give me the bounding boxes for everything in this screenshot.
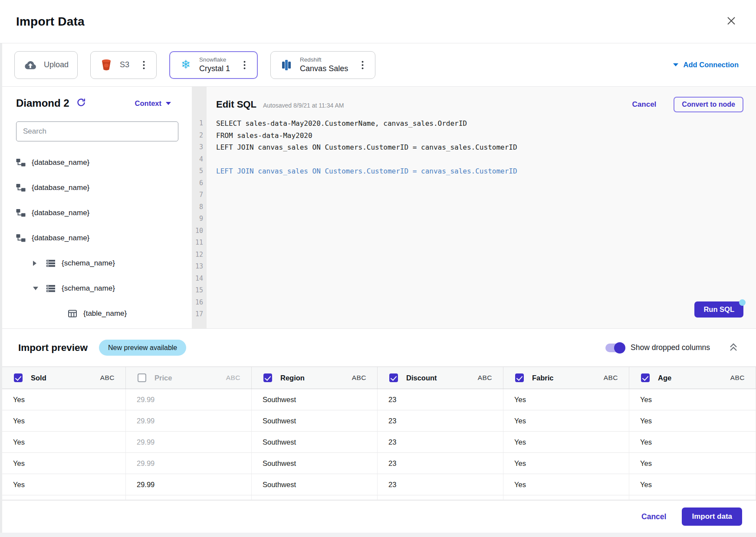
sql-line-11 (216, 237, 756, 249)
tree-item-schema[interactable]: {schema_name} (16, 276, 192, 301)
new-preview-badge: New preview available (99, 340, 186, 356)
search-input[interactable] (16, 121, 178, 141)
sql-line-13 (216, 261, 756, 273)
column-checkbox-region[interactable] (263, 373, 272, 382)
table-cell: 23 (378, 453, 503, 474)
connection-card-s3[interactable]: S3 (90, 51, 157, 79)
add-connection-button[interactable]: Add Connection (673, 61, 739, 69)
connection-card-redshift[interactable]: RedshiftCanvas Sales (270, 51, 375, 79)
s3-icon (99, 59, 113, 72)
connection-type-label: Snowflake (199, 56, 230, 64)
table-row: Yes29.99Southwest23YesYes (2, 410, 756, 432)
database-icon (16, 208, 26, 218)
sql-line-9 (216, 213, 756, 225)
caret-down-icon[interactable] (33, 287, 38, 290)
table-cell: 23 (378, 389, 503, 410)
column-header-sold: SoldABC (2, 367, 126, 389)
footer-cancel-button[interactable]: Cancel (641, 512, 666, 521)
table-cell: Yes (629, 432, 756, 453)
table-row: Yes29.99Southwest23YesYes (2, 389, 756, 410)
editor-title: Edit SQL (216, 99, 256, 110)
table-cell: Yes (2, 453, 126, 474)
double-chevron-up-icon (728, 342, 739, 354)
context-dropdown[interactable]: Context (135, 99, 171, 108)
table-cell: 29.99 (126, 432, 252, 453)
table-row: Yes29.99Southwest23YesYes (2, 432, 756, 453)
tree-item-database[interactable]: {database_name} (16, 226, 192, 251)
chevron-down-icon (166, 102, 171, 105)
database-tree: {database_name}{database_name}{database_… (16, 150, 192, 326)
table-cell: Yes (2, 389, 126, 410)
column-checkbox-discount[interactable] (389, 373, 398, 382)
collapse-section-button[interactable] (728, 342, 739, 354)
editor-cancel-button[interactable]: Cancel (632, 100, 657, 109)
editor-header: Edit SQL Autosaved 8/9/21 at 11:34 AM Ca… (207, 87, 756, 115)
connection-card-snowflake[interactable]: ❄SnowflakeCrystal 1 (169, 51, 258, 79)
kebab-menu-icon[interactable] (241, 59, 248, 71)
page-title: Import Data (16, 15, 85, 29)
sql-line-16 (216, 297, 756, 309)
table-icon (68, 309, 77, 318)
kebab-menu-icon[interactable] (140, 59, 148, 71)
run-sql-button[interactable]: Run SQL (694, 301, 743, 318)
tree-item-database[interactable]: {database_name} (16, 200, 192, 226)
column-checkbox-price[interactable] (138, 373, 146, 382)
sql-code-editor[interactable]: SELECT sales-data-May2020.CustomerName, … (207, 118, 756, 321)
convert-to-node-button[interactable]: Convert to node (674, 97, 743, 112)
column-name: Age (658, 374, 671, 382)
caret-right-icon[interactable] (33, 261, 38, 266)
sql-line-14 (216, 273, 756, 285)
close-button[interactable] (724, 14, 739, 29)
notification-dot (739, 299, 746, 306)
column-header-fabric: FabricABC (503, 367, 629, 389)
refresh-button[interactable] (76, 98, 86, 109)
connection-type-label: Redshift (300, 56, 348, 64)
connection-name-label: Crystal 1 (199, 64, 230, 74)
table-header-row: SoldABCPriceABCRegionABCDiscountABCFabri… (2, 367, 756, 389)
sql-line-6 (216, 177, 756, 190)
column-checkbox-age[interactable] (641, 373, 650, 382)
table-cell: 23 (378, 432, 503, 453)
dialog-header: Import Data (0, 0, 756, 43)
import-data-button[interactable]: Import data (682, 508, 742, 526)
connection-card-upload[interactable]: Upload (14, 51, 78, 79)
sql-line-10 (216, 225, 756, 237)
sql-line-4 (216, 154, 756, 166)
run-sql-label: Run SQL (703, 305, 734, 313)
connection-name-label: Canvas Sales (300, 64, 348, 74)
column-name: Discount (406, 374, 437, 382)
tree-item-label: {database_name} (32, 158, 89, 167)
table-row-partial (2, 495, 756, 500)
show-dropped-columns-toggle[interactable] (605, 344, 625, 352)
dropped-columns-toggle-group: Show dropped columns (605, 342, 739, 354)
table-cell: Yes (503, 453, 629, 474)
tree-item-label: {database_name} (32, 209, 89, 217)
column-name: Region (280, 374, 305, 382)
tree-item-database[interactable]: {database_name} (16, 175, 192, 200)
sql-line-5: LEFT JOIN canvas_sales ON Customers.Cust… (216, 165, 756, 177)
column-checkbox-fabric[interactable] (515, 373, 524, 382)
tree-item-database[interactable]: {database_name} (16, 150, 192, 175)
chevron-down-icon (673, 63, 678, 66)
kebab-menu-icon[interactable] (359, 59, 366, 71)
tree-item-schema[interactable]: {schema_name} (16, 251, 192, 276)
table-cell: Yes (629, 474, 756, 495)
column-type-badge: ABC (352, 374, 366, 382)
left-scroll-edge (0, 43, 2, 533)
column-name: Price (154, 374, 172, 382)
column-type-badge: ABC (478, 374, 492, 382)
tree-item-label: {table_name} (83, 309, 127, 318)
main-content: Diamond 2 Context {database_name}{databa… (0, 87, 756, 329)
table-cell (2, 495, 126, 500)
table-cell: Southwest (252, 432, 378, 453)
context-label: Context (135, 99, 161, 108)
tree-item-label: {database_name} (32, 183, 89, 192)
tree-item-table[interactable]: {table_name} (16, 301, 192, 326)
sql-line-1: SELECT sales-data-May2020.CustomerName, … (216, 118, 756, 130)
add-connection-label: Add Connection (684, 61, 739, 69)
table-cell: Yes (629, 389, 756, 410)
line-number-gutter: 1234567891011121314151617 (192, 87, 207, 328)
column-checkbox-sold[interactable] (14, 373, 23, 382)
table-cell: Southwest (252, 389, 378, 410)
sql-editor-panel: 1234567891011121314151617 Edit SQL Autos… (192, 87, 756, 328)
